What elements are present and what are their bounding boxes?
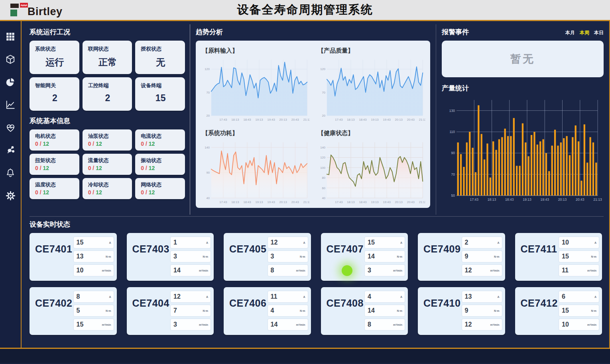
device-metric-value: 15 <box>368 239 375 246</box>
device-metric-unit: m³/min <box>199 323 208 326</box>
device-metric-value: 8 <box>77 293 80 300</box>
gear-icon <box>5 190 16 201</box>
device-name: CE7401 <box>35 243 74 277</box>
running-indicator-dot <box>342 265 352 276</box>
sidebar-item-health-heart[interactable] <box>4 121 16 133</box>
sidebar-item-bell[interactable] <box>4 167 16 179</box>
device-card[interactable]: CE74028A5N·m15m³/min <box>30 287 117 335</box>
svg-text:20:13: 20:13 <box>279 200 287 204</box>
device-metric-unit: N·m <box>494 309 500 312</box>
device-metric-unit: N·m <box>106 309 111 312</box>
device-card[interactable]: CE74126A15N·m10m³/min <box>515 287 602 335</box>
status-card-value: 运行 <box>35 56 75 68</box>
svg-text:100: 100 <box>320 166 325 170</box>
status-card-label: 智能网关 <box>35 82 75 89</box>
info-card: 冷却状态0 / 12 <box>83 178 132 199</box>
device-card[interactable]: CE740412A7N·m3m³/min <box>127 287 214 335</box>
device-metric-value: 13 <box>77 253 84 260</box>
device-metric-value: 6 <box>562 293 565 300</box>
info-card-label: 网络状态 <box>141 181 180 188</box>
alarm-tab-2[interactable]: 本日 <box>594 29 604 36</box>
sidebar-item-apps-grid[interactable] <box>4 31 16 43</box>
device-metric-row: 8m³/min <box>268 265 308 276</box>
device-metric-row: 3m³/min <box>171 319 211 330</box>
device-metric-value: 12 <box>271 239 278 246</box>
device-metrics: 15A13N·m10m³/min <box>74 237 114 277</box>
page-title: 设备全寿命周期管理系统 <box>0 2 610 18</box>
device-metric-unit: A <box>109 296 111 298</box>
info-card-count: 0 / 12 <box>88 141 128 147</box>
device-card[interactable]: CE740115A13N·m10m³/min <box>30 233 117 281</box>
trend-panel: 【原料输入】17:4318:1318:4319:1319:4320:1320:4… <box>196 41 430 208</box>
device-metric-unit: m³/min <box>199 269 208 272</box>
brand-logo-icon <box>10 2 29 18</box>
trend-chart-title: 【原料输入】 <box>202 47 310 55</box>
sidebar-item-cube[interactable] <box>4 53 16 65</box>
device-metric-unit: m³/min <box>102 323 111 326</box>
info-alarm-count: 0 / <box>141 165 148 171</box>
device-card[interactable]: CE741013A9N·m12m³/min <box>418 287 505 335</box>
device-metric-row: 9N·m <box>462 305 502 316</box>
alarm-tab-1[interactable]: 本周 <box>580 29 589 36</box>
device-card[interactable]: CE740611A4N·m14m³/min <box>224 287 311 335</box>
svg-text:21:13: 21:13 <box>593 198 602 202</box>
status-card: 联网状态正常 <box>83 41 132 74</box>
section-title-trend: 趋势分析 <box>196 27 430 37</box>
info-total-count: 12 <box>149 189 155 196</box>
svg-text:18:43: 18:43 <box>359 118 366 121</box>
device-metric-row: 3N·m <box>171 251 211 262</box>
svg-text:17:43: 17:43 <box>470 198 479 202</box>
sidebar-item-line-chart[interactable] <box>4 99 16 111</box>
logo-red-block <box>20 3 28 8</box>
svg-text:18:43: 18:43 <box>505 198 514 202</box>
device-card[interactable]: CE740715A14N·m3m³/min <box>321 233 408 281</box>
devices-section: 设备实时状态 CE740115A13N·m10m³/minCE74031A3N·… <box>30 216 604 346</box>
device-metric-value: 12 <box>465 267 472 274</box>
device-metric-unit: N·m <box>397 309 402 312</box>
device-metric-row: 10A <box>559 237 599 248</box>
svg-text:90: 90 <box>206 171 210 174</box>
alarm-tab-0[interactable]: 本月 <box>565 29 575 36</box>
info-card-count: 0 / 12 <box>88 165 128 171</box>
info-alarm-count: 0 / <box>88 141 96 147</box>
svg-text:40: 40 <box>322 196 325 200</box>
info-total-count: 12 <box>96 165 102 171</box>
device-card[interactable]: CE74084A14N·m8m³/min <box>321 287 408 335</box>
device-metric-unit: A <box>303 241 305 244</box>
section-title-devices: 设备实时状态 <box>30 220 604 229</box>
device-metric-row: 14N·m <box>365 251 405 262</box>
svg-text:120: 120 <box>320 156 325 159</box>
status-card-label: 工控终端 <box>88 82 128 89</box>
device-metric-value: 15 <box>562 307 569 314</box>
info-card: 扭矩状态0 / 12 <box>30 154 79 175</box>
device-metric-unit: N·m <box>106 255 111 258</box>
device-metric-unit: N·m <box>203 309 208 312</box>
svg-text:80: 80 <box>322 176 325 180</box>
device-card[interactable]: CE740512A3N·m8m³/min <box>224 233 311 281</box>
device-grid: CE740115A13N·m10m³/minCE74031A3N·m14m³/m… <box>30 233 604 335</box>
device-metric-value: 13 <box>465 293 472 300</box>
device-metric-row: 15N·m <box>559 305 599 316</box>
production-bar-chart: 17:4318:1318:4319:1319:4320:1320:4321:13… <box>442 97 604 204</box>
sidebar-item-pie-chart[interactable] <box>4 76 16 88</box>
status-card-label: 联网状态 <box>88 45 128 53</box>
sidebar-item-gear[interactable] <box>4 190 16 202</box>
trend-chart-cell: 【系统功耗】17:4318:1318:4319:1319:4320:1320:4… <box>201 126 310 209</box>
app-header: Birtley 设备全寿命周期管理系统 <box>0 0 610 20</box>
device-card[interactable]: CE741110A15N·m11m³/min <box>515 233 602 281</box>
left-column: 系统运行工况 系统状态运行联网状态正常授权状态无智能网关2工控终端2设备终端15… <box>30 24 190 215</box>
info-card-label: 温度状态 <box>35 181 75 188</box>
device-card[interactable]: CE74031A3N·m14m³/min <box>127 233 214 281</box>
svg-text:120: 120 <box>205 67 210 71</box>
trend-chart-1: 17:4318:1318:4319:1319:4320:1320:4321:13… <box>316 55 425 125</box>
device-card[interactable]: CE74092A9N·m12m³/min <box>418 233 505 281</box>
svg-text:140: 140 <box>205 146 210 149</box>
alarm-period-tabs: 本月本周本日 <box>565 29 604 36</box>
device-metric-value: 15 <box>77 239 84 246</box>
device-metric-row: 13A <box>462 291 502 302</box>
status-card-label: 系统状态 <box>35 45 75 53</box>
sidebar-item-network[interactable] <box>4 144 16 156</box>
device-metric-unit: m³/min <box>490 269 500 272</box>
device-metric-row: 11A <box>268 291 308 302</box>
device-metric-unit: N·m <box>591 255 596 258</box>
